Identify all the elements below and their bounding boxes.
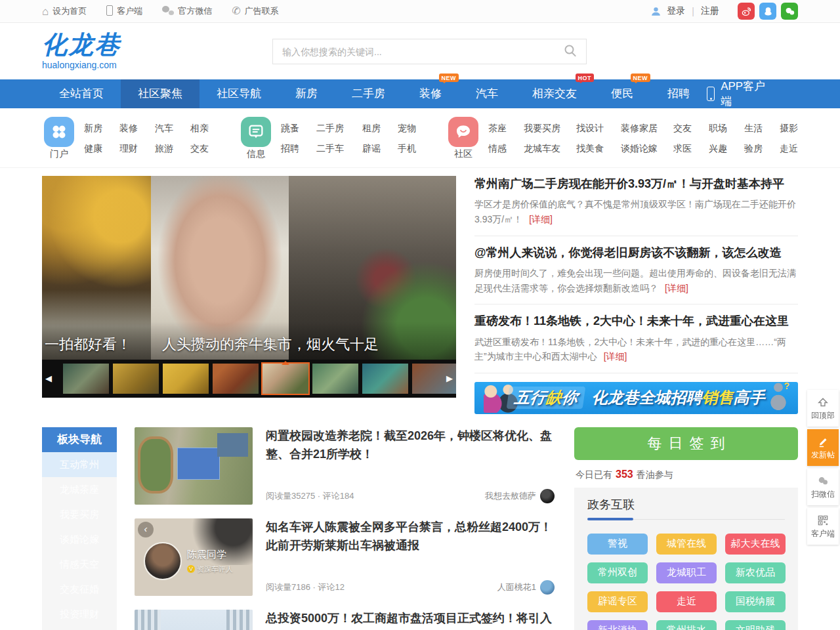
daily-signin-button[interactable]: 每日签到 xyxy=(574,427,798,460)
photo-carousel[interactable]: 一拍都好看！ 人头攒动的奔牛集市，烟火气十足 ◀ ▶ xyxy=(42,176,456,398)
article-thumbnail[interactable] xyxy=(135,427,253,505)
category-link[interactable]: 摄影 xyxy=(780,123,808,135)
board-nav-item-1[interactable]: 龙城茶座 xyxy=(42,477,117,502)
site-logo[interactable]: 化龙巷 hualongxiang.com xyxy=(42,32,121,70)
category-link[interactable]: 手机 xyxy=(398,143,427,155)
article-author[interactable]: 人面桃花1 xyxy=(497,580,555,595)
nav-item-3[interactable]: 新房 xyxy=(278,79,335,108)
news-title[interactable]: 重磅发布！11条地铁，2大中心！未来十年，武进重心在这里 xyxy=(474,313,798,329)
app-client-link[interactable]: APP客户端 xyxy=(707,79,798,108)
search-input[interactable] xyxy=(273,47,555,57)
news-more-link[interactable]: [详细] xyxy=(604,351,627,362)
wechat-icon[interactable] xyxy=(781,3,798,20)
floatbar-item-3[interactable]: 客户端 xyxy=(807,508,839,545)
category-link[interactable]: 交友 xyxy=(673,123,702,135)
category-link[interactable]: 找美食 xyxy=(576,143,614,155)
category-link[interactable]: 辟谣 xyxy=(362,143,391,155)
carousel-thumbnail-3[interactable] xyxy=(213,364,259,394)
nav-item-7[interactable]: 相亲交友HOT xyxy=(515,79,594,108)
category-link[interactable]: 招聘 xyxy=(281,143,310,155)
login-link[interactable]: 登录 xyxy=(667,5,685,17)
board-nav-item-0[interactable]: 互动常州 xyxy=(42,452,117,477)
news-title[interactable]: 常州南广场二手房现在能开价3.93万/㎡！与开盘时基本持平 xyxy=(474,176,798,192)
weibo-icon[interactable] xyxy=(738,3,755,20)
next-arrow-icon[interactable]: ▶ xyxy=(446,373,453,384)
category-link[interactable]: 求医 xyxy=(673,143,702,155)
category-link[interactable]: 验房 xyxy=(744,143,773,155)
category-link[interactable]: 职场 xyxy=(709,123,738,135)
gov-button-6[interactable]: 辟谣专区 xyxy=(587,591,648,612)
news-title[interactable]: @常州人来说说，你觉得老旧厨房该不该翻新，该怎么改造 xyxy=(474,245,798,261)
article-thumbnail[interactable]: ‹陈震同学V资深车评人 xyxy=(135,518,253,596)
category-link[interactable]: 新房 xyxy=(84,123,113,135)
floatbar-item-1[interactable]: 发新帖 xyxy=(807,429,839,466)
article-author[interactable]: 我想去敖德萨 xyxy=(485,489,555,503)
category-link[interactable]: 跳蚤 xyxy=(281,123,310,135)
category-link[interactable]: 我要买房 xyxy=(524,123,570,135)
category-link[interactable]: 二手车 xyxy=(316,143,356,155)
topbar-link-0[interactable]: 设为首页 xyxy=(42,5,87,18)
nav-item-2[interactable]: 社区导航 xyxy=(200,79,278,108)
article-title[interactable]: 闲置校园改造养老院！截至2026年，钟楼区将优化、盘整、合并21所学校！ xyxy=(266,427,555,464)
gov-button-0[interactable]: 警视 xyxy=(587,534,648,555)
carousel-thumbnail-6[interactable] xyxy=(362,364,408,394)
category-link[interactable]: 走近 xyxy=(780,143,808,155)
category-link[interactable]: 生活 xyxy=(744,123,773,135)
carousel-thumbnail-4[interactable] xyxy=(262,364,308,394)
nav-item-9[interactable]: 招聘 xyxy=(650,79,707,108)
qq-icon[interactable] xyxy=(759,3,776,20)
board-nav-item-5[interactable]: 交友征婚 xyxy=(42,577,117,602)
category-link[interactable]: 健康 xyxy=(84,143,113,155)
topbar-link-2[interactable]: 官方微信 xyxy=(162,5,212,18)
category-link[interactable]: 装修 xyxy=(119,123,148,135)
category-link[interactable]: 茶座 xyxy=(488,123,517,135)
floatbar-item-0[interactable]: 回顶部 xyxy=(807,390,839,427)
category-link[interactable]: 情感 xyxy=(488,143,517,155)
nav-item-6[interactable]: 汽车 xyxy=(459,79,515,108)
category-link[interactable]: 交友 xyxy=(190,143,219,155)
category-link[interactable]: 租房 xyxy=(362,123,391,135)
category-link[interactable]: 找设计 xyxy=(576,123,614,135)
gov-button-1[interactable]: 城管在线 xyxy=(656,534,717,555)
gov-button-10[interactable]: 常州排水 xyxy=(656,620,717,630)
category-link[interactable]: 相亲 xyxy=(190,123,219,135)
carousel-thumbnail-2[interactable] xyxy=(163,364,209,394)
gov-button-4[interactable]: 龙城职工 xyxy=(656,562,717,583)
news-more-link[interactable]: [详细] xyxy=(529,214,553,224)
category-link[interactable]: 旅游 xyxy=(155,143,184,155)
category-link[interactable]: 宠物 xyxy=(398,123,427,135)
board-nav-item-3[interactable]: 谈婚论嫁 xyxy=(42,527,117,552)
register-link[interactable]: 注册 xyxy=(701,5,719,17)
category-link[interactable]: 二手房 xyxy=(316,123,356,135)
topbar-link-3[interactable]: 广告联系 xyxy=(232,5,278,18)
carousel-thumbnail-5[interactable] xyxy=(312,364,358,394)
gov-button-2[interactable]: 郝大夫在线 xyxy=(725,534,786,555)
board-nav-item-4[interactable]: 情感天空 xyxy=(42,552,117,577)
board-nav-item-6[interactable]: 投资理财 xyxy=(42,602,117,627)
topbar-link-1[interactable]: 客户端 xyxy=(106,5,142,18)
category-link[interactable]: 兴趣 xyxy=(709,143,738,155)
prev-arrow-icon[interactable]: ◀ xyxy=(45,373,52,384)
category-link[interactable]: 谈婚论嫁 xyxy=(621,143,667,155)
gov-button-8[interactable]: 国税纳服 xyxy=(725,591,786,612)
gov-button-3[interactable]: 常州双创 xyxy=(587,562,648,583)
nav-item-1[interactable]: 社区聚焦 xyxy=(121,79,200,108)
article-title[interactable]: 知名车评人陈震被全网多平台禁言，总粉丝超2400万！此前开劳斯莱斯出车祸被通报 xyxy=(266,518,555,555)
category-link[interactable]: 装修家居 xyxy=(621,123,667,135)
category-link[interactable]: 龙城车友 xyxy=(524,143,570,155)
news-more-link[interactable]: [详细] xyxy=(665,283,688,293)
nav-item-0[interactable]: 全站首页 xyxy=(42,79,121,108)
category-link[interactable]: 汽车 xyxy=(155,123,184,135)
search-button[interactable] xyxy=(555,39,586,64)
recruitment-banner[interactable]: 五行缺你 化龙巷全城招聘销售高手 xyxy=(474,382,798,414)
nav-item-8[interactable]: 便民NEW xyxy=(594,79,650,108)
gov-button-9[interactable]: 新北消协 xyxy=(587,620,648,630)
board-nav-item-2[interactable]: 我要买房 xyxy=(42,502,117,527)
article-thumbnail[interactable] xyxy=(135,610,253,630)
carousel-thumbnail-0[interactable] xyxy=(63,364,109,394)
gov-button-7[interactable]: 走近 xyxy=(656,591,717,612)
board-nav-item-7[interactable]: 求医问药 xyxy=(42,627,117,630)
nav-item-4[interactable]: 二手房 xyxy=(335,79,402,108)
carousel-thumbnail-1[interactable] xyxy=(113,364,159,394)
article-title[interactable]: 总投资5000万！农工商超市盘活项目正式签约！将引入连锁超市、网红餐饮！ xyxy=(266,610,555,630)
